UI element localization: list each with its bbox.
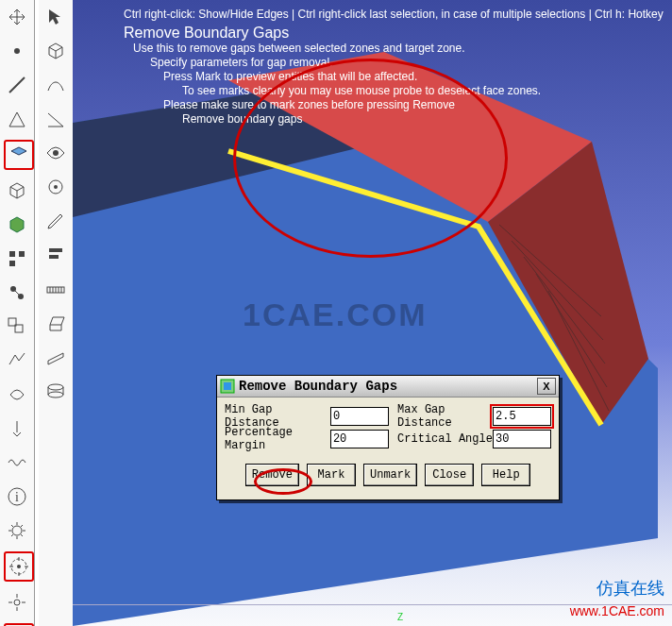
arrow-icon [44,6,67,28]
snap-tool[interactable] [4,347,30,374]
viewport-3d[interactable]: Ctrl right-click: Show/Hide Edges | Ctrl… [73,0,672,626]
gear-tool[interactable] [4,517,30,544]
hint-line: Use this to remove gaps between selected… [133,42,664,56]
target-tool[interactable] [4,551,34,582]
axis-z-label: Z [397,612,403,622]
svg-line-7 [13,289,21,296]
line-tool[interactable] [4,72,30,98]
svg-point-15 [14,600,20,605]
svg-point-12 [12,526,22,535]
box-icon [6,179,28,202]
point-tool[interactable] [4,38,30,64]
face-tool[interactable] [4,140,34,170]
wave-icon [6,451,28,474]
pencil-icon [44,210,67,232]
viewport-hints: Ctrl right-click: Show/Hide Edges | Ctrl… [124,8,664,127]
focus-tool[interactable] [42,174,69,200]
angle-tool[interactable] [42,106,69,132]
dialog-icon [220,379,235,394]
max-gap-input[interactable] [493,407,551,426]
svg-rect-20 [49,255,59,259]
svg-point-0 [14,48,20,54]
dialog-titlebar[interactable]: Remove Boundary Gaps X [217,376,559,398]
hint-title: Remove Boundary Gaps [124,25,664,40]
dialog-buttons: Remove Mark Unmark Close Help [225,450,551,496]
dialog-title: Remove Boundary Gaps [239,379,397,394]
percentage-margin-input[interactable] [330,430,389,448]
extrude-tool[interactable] [42,310,69,336]
help-button[interactable]: Help [481,464,530,486]
line-icon [6,74,28,96]
vol-icon [6,213,28,236]
tri-icon [6,108,28,130]
target-icon [8,555,30,578]
info-tool[interactable]: i [4,483,30,510]
svg-rect-2 [9,251,15,257]
svg-point-23 [48,392,63,398]
loft-tool[interactable] [42,378,69,404]
hint-line: Press Mark to preview entities that will… [163,70,664,84]
move-icon [6,6,28,28]
triangle-tool[interactable] [4,106,30,132]
info-icon: i [6,485,28,508]
svg-point-22 [48,384,63,390]
wrap-icon [6,383,28,406]
snap-icon [6,349,28,372]
align-tool[interactable] [42,242,69,268]
expand-tool[interactable] [4,589,30,616]
link-tool[interactable] [4,279,30,306]
primitive-tool[interactable] [42,38,69,64]
probe-icon [6,417,28,440]
min-gap-input[interactable] [330,407,389,426]
face-icon [8,144,30,166]
hint-line: To see marks clearly you may use mouse p… [182,84,664,98]
cursor-tool[interactable] [42,4,69,30]
selection-tool[interactable] [4,245,30,272]
eye-tool[interactable] [42,140,69,166]
wave-tool[interactable] [4,449,30,476]
sketch-icon [44,74,67,96]
angle-icon [44,108,67,130]
max-gap-label: Max Gap Distance [397,403,493,430]
toolbar-left: i [0,0,35,626]
planar-icon [44,346,67,368]
probe-tool[interactable] [4,415,30,442]
hint-line: Please make sure to mark zones before pr… [163,98,664,112]
hint-line: Ctrl right-click: Show/Hide Edges | Ctrl… [124,8,664,22]
hint-line: Remove boundary gaps [182,112,664,127]
critical-angle-label: Critical Angle [397,432,493,446]
loft-icon [44,380,67,402]
pencil-tool[interactable] [42,208,69,234]
planar-tool[interactable] [42,344,69,370]
svg-rect-3 [19,251,25,257]
mark-button[interactable]: Mark [307,464,356,486]
toolbar-right [39,0,74,626]
measure-tool[interactable] [42,276,69,302]
gear-icon [6,519,28,542]
svg-rect-34 [224,382,231,390]
eye-icon [44,142,67,164]
close-button[interactable]: Close [425,464,474,486]
link-icon [6,281,28,304]
watermark-cn: 仿真在线 [596,577,664,600]
remove-button[interactable]: Remove [245,464,299,486]
box-tool[interactable] [4,178,30,204]
dot-icon [6,40,28,62]
dialog-close-button[interactable]: X [537,378,556,395]
volume-tool[interactable] [4,211,30,238]
sketch-tool[interactable] [42,72,69,98]
remove-boundary-gaps-dialog: Remove Boundary Gaps X Min Gap Distance … [216,375,560,500]
align-icon [44,244,67,266]
wrap-tool[interactable] [4,381,30,408]
sel-icon [6,247,28,270]
svg-point-18 [54,185,58,189]
move-tool[interactable] [4,4,30,30]
group-tool[interactable] [4,313,30,340]
group-icon [6,315,28,338]
unmark-button[interactable]: Unmark [363,464,417,486]
critical-angle-input[interactable] [493,430,551,448]
svg-line-1 [9,77,25,93]
percentage-margin-label: Percentage Margin [225,426,330,452]
svg-rect-19 [49,248,62,252]
svg-point-16 [53,150,59,156]
